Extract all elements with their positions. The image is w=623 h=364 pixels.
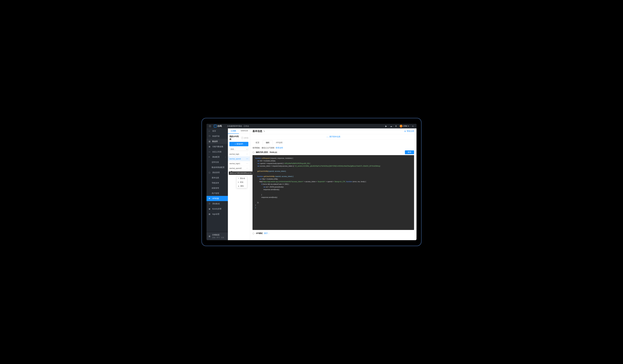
code-section-title: 编程代码 (语言：Node.js) [256,151,277,154]
page-icon: ▭ [209,151,211,153]
nav-label: 权限管理 [212,187,219,189]
sidebar-item-quick-dev[interactable]: ❒快速开发 [206,134,228,139]
nav-label: 高级配置 [212,156,220,158]
chevron-down-icon: ⌄ [268,233,269,234]
search-input[interactable] [229,147,248,151]
tab-config[interactable]: 配置 [252,140,263,145]
monitor-icon: ▢ [209,171,211,174]
logout-icon[interactable]: ⎋ [411,124,415,128]
avatar [400,125,402,127]
cube-icon: ❒ [209,135,211,137]
cloud-icon[interactable]: ☁ [389,124,393,128]
home-icon: ⌂ [209,130,211,132]
sidebar: ⌂首页 ❒快速开发 ▤数据库 ▦功能与数据集 ▭自定义页面 ≡高级配置› 定时任… [206,128,228,240]
sidebar-item-home[interactable]: ⌂首页 [206,128,228,134]
community-icon: ▦ [209,235,211,237]
ctx-rename[interactable]: ✎重命名 [237,177,247,180]
nav-label: API对接 [212,197,219,200]
record-icon[interactable]: ▶ [384,124,388,128]
tab-webhook[interactable]: webhook [239,128,250,134]
api-counter: (4/10) [244,137,248,139]
sidebar-item-functions[interactable]: ▦功能与数据集 [206,144,228,149]
sidebar-item-sysmgmt[interactable]: ▢系统管理⌄ [206,170,228,175]
code-editor[interactable]: function onRequest (request, response, m… [252,155,414,230]
help-doc-link[interactable]: 🗎帮助文档 [404,130,414,133]
footer-title: 白码社区 [212,234,224,236]
template-row: 使用模板：微信公众号授权 查看说明 [252,147,414,149]
radio-icon[interactable] [252,233,254,234]
code-tabs: 配置 编程 API说明 [252,140,414,145]
sidebar-item-permissions[interactable]: 权限管理 [206,185,228,191]
server-icon: ▣ [209,208,211,210]
plus-icon: + [235,143,236,145]
search-icon[interactable]: ⌕ [246,148,247,150]
api-row[interactable]: wechat_openid⋯ [228,157,250,161]
image-icon: ▩ [209,213,211,215]
download-icon[interactable]: ⬇ [394,124,398,128]
save-button[interactable]: 保存 [405,150,414,154]
more-icon[interactable]: ⋯ [246,167,248,169]
nav-label: 用户管理 [212,192,219,195]
tab-code[interactable]: 编程 [263,140,273,145]
edit-icon[interactable]: ✎ [264,130,265,132]
menu-toggle-icon[interactable] [208,124,212,128]
nav-label: 系统管理 [212,171,220,174]
ctx-copy[interactable]: ⧉复制 [237,180,247,184]
brand-name: 白码 [218,125,222,127]
debug-expand[interactable]: 展开 ⌄ [264,232,269,235]
nav-label: 自定义页面 [212,151,222,153]
nav-label: 导航菜单 [212,182,219,184]
tab-cloud-func[interactable]: 云函数 [228,128,239,134]
tab-apidoc[interactable]: API说明 [273,140,286,145]
sidebar-item-basic-info[interactable]: 基本信息 [206,175,228,180]
brand-logo[interactable]: 白码 [214,125,222,127]
sidebar-item-database[interactable]: ▤数据库 [206,139,228,144]
main-content: 基本信息✎ 🗎帮助文档 ⌄⌄展开基本信息 配置 编程 API说明 使用模板：微信… [250,128,417,240]
sidebar-item-onprem[interactable]: ▣私有化部署 [206,206,228,211]
footer-subtitle: 反馈 · 学习 · 交流 [212,237,224,239]
nav-label: logo设置 [212,213,220,215]
nav-label: 基本信息 [212,177,219,179]
api-row-label: wechat_openid [229,158,241,160]
api-row-label: wechat_login [229,153,239,155]
nav-label: 功能与数据集 [212,145,223,148]
api-row[interactable]: wechat_login⋯ [228,152,250,157]
context-menu: ✎重命名 ⧉复制 🗑删除 [236,176,247,188]
logo-mark-icon [214,125,217,127]
pencil-icon: ✎ [238,177,239,179]
user-name: CRM [403,125,407,127]
more-icon[interactable]: ⋯ [246,162,248,165]
sidebar-item-nav-menu[interactable]: 导航菜单 [206,180,228,185]
radio-icon[interactable] [252,151,254,153]
help-icon[interactable]: ? [241,137,243,139]
sidebar-item-users[interactable]: 用户管理 [206,191,228,196]
nav-label: 私有化部署 [212,208,222,210]
sidebar-item-advanced[interactable]: ≡高级配置› [206,154,228,160]
sidebar-item-cron[interactable]: 定时任务 [206,160,228,165]
sidebar-item-custom-page[interactable]: ▭自定义页面 [206,149,228,154]
nav-label: 首页 [212,130,216,132]
add-api-button[interactable]: +添加API [229,142,248,146]
more-icon[interactable]: ⋯ [246,153,248,155]
api-row[interactable]: wechat_openid2⋯ 微信公众号网页授权获取openid. ✎重命名 … [228,166,250,171]
user-menu[interactable]: CRM ▼ [399,125,410,127]
api-list-panel: 云函数 webhook 我的API列表 ? (4/10) +添加API ⌕ we… [228,128,250,240]
api-row[interactable]: wechat_login1⋯ [228,161,250,166]
expand-basic-info[interactable]: ⌄⌄展开基本信息 [250,134,417,139]
sidebar-item-integration[interactable]: ☷系统集成 [206,201,228,206]
sidebar-item-api[interactable]: ✱API对接 [206,196,228,201]
page-title: 基本信息✎ [252,130,265,133]
api-row-label: wechat_login1 [229,162,240,164]
nav-label: 定时任务 [212,161,219,163]
tooltip: 微信公众号网页授权获取openid. [229,171,253,175]
ctx-delete[interactable]: 🗑删除 [237,184,247,188]
template-link[interactable]: 查看说明 [276,147,283,149]
top-bar: 白码 白码通用ERP系统 · 工作台 ▶ ☁ ⬇ CRM ▼ ⎋ [206,124,417,128]
api-icon: ✱ [209,197,211,200]
layers-icon: ☷ [209,202,211,205]
sidebar-footer[interactable]: ▦ 白码社区 反馈 · 学习 · 交流 [206,232,228,240]
sidebar-item-table-adv[interactable]: 数据表高级配置 [206,165,228,170]
more-icon[interactable]: ⋯ [246,158,248,160]
sidebar-item-logo[interactable]: ▩logo设置 [206,211,228,217]
panel-tabs: 云函数 webhook [228,128,250,134]
